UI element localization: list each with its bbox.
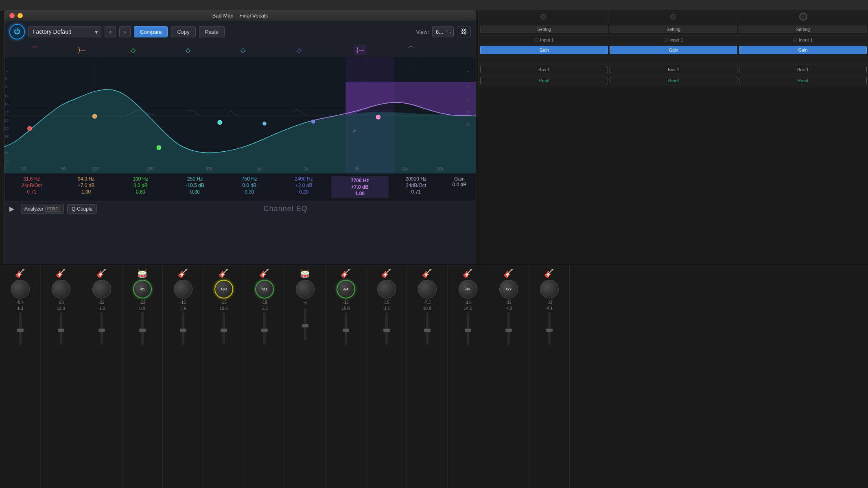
preset-dropdown[interactable]: Factory Default bbox=[28, 26, 101, 37]
bus-btn-2[interactable]: Bus 1 bbox=[610, 66, 737, 73]
setting-btn-3[interactable]: Setting bbox=[739, 26, 867, 33]
ch8-icon: 🥁 bbox=[300, 268, 310, 278]
close-button[interactable] bbox=[9, 13, 15, 18]
ch6-num1: -15 bbox=[221, 300, 226, 305]
ch4-knob-value: -21 bbox=[140, 287, 145, 291]
band1-q: 0.71 bbox=[27, 189, 36, 195]
window-title: Bad Man – Final Vocals bbox=[212, 13, 268, 19]
ch12-knob-value: -26 bbox=[465, 287, 470, 291]
ch12-icon: 🎸 bbox=[463, 268, 473, 278]
band2-icon[interactable]: ⟩─ bbox=[78, 46, 86, 54]
ch8-knob[interactable] bbox=[296, 280, 315, 298]
qcouple-button[interactable]: Q-Couple bbox=[67, 204, 97, 214]
play-button[interactable]: ▶ bbox=[9, 205, 17, 213]
ch9-knob-value: -64 bbox=[343, 287, 348, 291]
ch3-knob[interactable] bbox=[92, 280, 111, 298]
ch14-knob[interactable] bbox=[540, 280, 559, 298]
ch11-knob[interactable] bbox=[418, 280, 437, 298]
ch13-fader[interactable] bbox=[507, 312, 510, 345]
gain-btn-3[interactable]: Gain bbox=[739, 46, 867, 54]
ch6-knob[interactable]: +63 bbox=[214, 280, 233, 298]
band7-params: 7700 Hz +7.0 dB 1.00 bbox=[331, 176, 389, 198]
ch2-num1: -23 bbox=[58, 300, 63, 305]
mixer-channel-1: 🎸 -8.4 1.3 bbox=[0, 265, 41, 488]
bus-btn-3[interactable]: Bus 1 bbox=[739, 66, 867, 73]
input-led-2 bbox=[664, 38, 668, 42]
nav-prev-button[interactable]: ‹ bbox=[105, 26, 116, 37]
analyzer-label: Analyzer bbox=[24, 206, 44, 212]
ch13-knob[interactable]: +27 bbox=[499, 280, 518, 298]
band6-icon[interactable]: ◇ bbox=[297, 46, 302, 54]
svg-text:20: 20 bbox=[4, 110, 9, 114]
ch4-num1: -23 bbox=[139, 300, 145, 305]
band8-gain: 24dB/Oct bbox=[406, 183, 426, 188]
ch8-fader[interactable] bbox=[304, 308, 306, 340]
ch9-fader[interactable] bbox=[345, 312, 347, 345]
band8-icon[interactable]: ⌒ bbox=[407, 45, 415, 55]
band6-params: 2400 Hz +2.0 dB 0.20 bbox=[277, 176, 331, 198]
power-button[interactable] bbox=[9, 24, 25, 39]
setting-btn-2[interactable]: Setting bbox=[610, 26, 737, 33]
copy-button[interactable]: Copy bbox=[171, 26, 195, 37]
meter-circle-1 bbox=[540, 14, 546, 20]
ch2-knob[interactable] bbox=[52, 280, 70, 298]
band3-gain: 0.0 dB bbox=[133, 183, 148, 188]
band6-gain: +2.0 dB bbox=[295, 183, 313, 188]
band1-freq: 31.6 Hz bbox=[23, 176, 40, 182]
ch7-num2: -2.5 bbox=[261, 306, 268, 311]
link-button[interactable]: ⛓ bbox=[457, 26, 471, 37]
band4-freq: 250 Hz bbox=[187, 176, 203, 182]
ch4-knob[interactable]: -21 bbox=[133, 280, 152, 298]
ch12-knob[interactable]: -26 bbox=[459, 280, 477, 298]
ch9-knob[interactable]: -64 bbox=[337, 280, 355, 298]
svg-text:20k: 20k bbox=[437, 167, 444, 171]
top-controls: Factory Default ‹ › Compare Copy Paste V… bbox=[4, 21, 476, 43]
ch1-fader[interactable] bbox=[19, 312, 22, 345]
bus-btn-1[interactable]: Bus 1 bbox=[480, 66, 608, 73]
ch10-fader[interactable] bbox=[385, 312, 388, 345]
ch11-fader[interactable] bbox=[426, 312, 429, 345]
mixer-channel-14: 🎸 -33 -4.1 bbox=[529, 265, 570, 488]
ch5-knob[interactable] bbox=[174, 280, 192, 298]
ch10-knob[interactable] bbox=[377, 280, 396, 298]
ch11-num1: -7.3 bbox=[424, 300, 431, 305]
minimize-button[interactable] bbox=[17, 13, 23, 18]
band7-icon[interactable]: ⟨─ bbox=[354, 45, 367, 55]
view-select[interactable]: 8... bbox=[432, 26, 454, 37]
ch12-fader[interactable] bbox=[467, 312, 469, 345]
view-label: View: bbox=[416, 29, 429, 35]
svg-point-20 bbox=[93, 114, 97, 118]
ch2-fader[interactable] bbox=[60, 312, 62, 345]
ch5-fader[interactable] bbox=[182, 312, 184, 345]
band3-icon[interactable]: ◇ bbox=[131, 46, 136, 54]
band4-gain: -10.5 dB bbox=[186, 183, 204, 188]
band4-icon[interactable]: ◇ bbox=[186, 46, 190, 54]
gain-btn-1[interactable]: Gain bbox=[480, 46, 608, 54]
gain-btn-2[interactable]: Gain bbox=[610, 46, 737, 54]
ch7-fader[interactable] bbox=[263, 312, 266, 345]
read-btn-2[interactable]: Read bbox=[610, 77, 737, 84]
ch1-knob[interactable] bbox=[11, 280, 30, 298]
svg-point-22 bbox=[218, 120, 222, 124]
setting-row: Setting Setting Setting bbox=[479, 23, 868, 36]
read-btn-1[interactable]: Read bbox=[480, 77, 608, 84]
band6-q: 0.20 bbox=[299, 189, 308, 195]
nav-next-button[interactable]: › bbox=[119, 26, 131, 37]
ch7-knob[interactable]: +21 bbox=[255, 280, 274, 298]
paste-button[interactable]: Paste bbox=[199, 26, 225, 37]
svg-text:500: 500 bbox=[206, 167, 212, 171]
analyzer-button[interactable]: Analyzer POST bbox=[21, 204, 64, 214]
setting-btn-1[interactable]: Setting bbox=[480, 26, 608, 33]
ch14-fader[interactable] bbox=[548, 312, 551, 345]
eq-graph[interactable]: + 0 5 10 15 20 25 30 35 40 45 50 - + 5 1… bbox=[4, 57, 476, 173]
ch3-fader[interactable] bbox=[101, 312, 103, 345]
read-btn-3[interactable]: Read bbox=[739, 77, 867, 84]
zoom-button[interactable] bbox=[466, 13, 471, 18]
compare-button[interactable]: Compare bbox=[134, 26, 168, 37]
band2-gain: +7.0 dB bbox=[78, 183, 95, 188]
ch4-fader[interactable] bbox=[141, 312, 144, 345]
svg-text:10: 10 bbox=[466, 98, 470, 102]
band5-icon[interactable]: ◇ bbox=[241, 46, 245, 54]
ch6-fader[interactable] bbox=[223, 312, 225, 345]
band1-icon[interactable]: ⌒ bbox=[31, 45, 38, 55]
